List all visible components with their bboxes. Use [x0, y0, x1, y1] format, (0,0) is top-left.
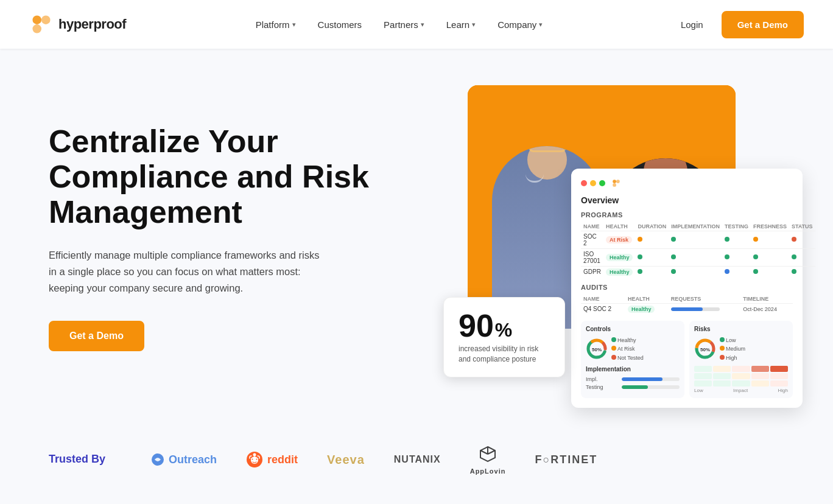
audits-label: Audits: [581, 284, 793, 291]
svg-text:50%: 50%: [592, 347, 602, 352]
window-controls: [581, 180, 605, 186]
svg-point-4: [616, 180, 620, 183]
svg-text:50%: 50%: [700, 347, 710, 352]
controls-title: Controls: [586, 326, 680, 332]
risks-donut: 50% Low Medium High: [694, 336, 788, 362]
svg-point-23: [253, 453, 256, 457]
nutanix-logo: NUTANIX: [394, 454, 441, 465]
stat-symbol: %: [495, 319, 512, 341]
programs-label: Programs: [581, 211, 793, 219]
fortinet-logo: F○RTINET: [535, 453, 597, 466]
chevron-down-icon: ▾: [421, 21, 424, 29]
logos-row: Outreach reddit Veeva NU: [151, 444, 597, 475]
nav-right: Login Get a Demo: [672, 11, 804, 38]
dash-logo: [611, 178, 621, 188]
veeva-logo: Veeva: [327, 453, 365, 467]
stat-badge: 90 % increased visibility in risk and co…: [443, 297, 565, 377]
nav-platform[interactable]: Platform ▾: [247, 15, 304, 35]
hero-section: Centralize Your Compliance and Risk Mana…: [0, 49, 833, 414]
stat-label: increased visibility in risk and complia…: [459, 344, 550, 365]
table-row: SOC 2 At Risk: [581, 231, 815, 248]
hero-left: Centralize Your Compliance and Risk Mana…: [49, 124, 390, 351]
risk-heatmap: [694, 366, 788, 387]
svg-line-27: [480, 450, 488, 454]
svg-point-2: [32, 24, 41, 33]
get-demo-nav-button[interactable]: Get a Demo: [722, 11, 804, 38]
programs-table: NAME HEALTH DURATION IMPLEMENTATION TEST…: [581, 222, 815, 278]
nav-links: Platform ▾ Customers Partners ▾ Learn ▾ …: [247, 15, 552, 35]
hero-right: Overview Programs NAME HEALTH DURATION I…: [468, 85, 784, 390]
nav-company[interactable]: Company ▾: [489, 15, 551, 35]
chevron-down-icon: ▾: [292, 21, 296, 29]
chevron-down-icon: ▾: [472, 21, 476, 29]
svg-point-5: [613, 183, 616, 187]
dashboard-card: Overview Programs NAME HEALTH DURATION I…: [571, 169, 803, 408]
minimize-dot: [590, 180, 596, 186]
trusted-label: Trusted By: [49, 452, 122, 466]
brand-name: hyperproof: [58, 16, 126, 32]
stat-number: 90: [459, 310, 494, 341]
audits-table: NAME HEALTH REQUESTS TIMELINE Q4 SOC 2 H…: [581, 295, 793, 315]
svg-point-21: [252, 459, 253, 460]
svg-point-0: [32, 15, 41, 24]
nav-partners[interactable]: Partners ▾: [375, 15, 433, 35]
svg-line-28: [488, 450, 495, 454]
controls-donut: 50% Healthy At Risk Not Tested: [586, 336, 680, 362]
applovin-logo: AppLovin: [470, 444, 506, 475]
svg-point-3: [613, 180, 616, 183]
controls-card: Controls 50% Healthy At Risk Not T: [581, 321, 684, 398]
trusted-section: Trusted By Outreach: [0, 414, 833, 504]
maximize-dot: [599, 180, 605, 186]
hero-title: Centralize Your Compliance and Risk Mana…: [49, 124, 390, 230]
table-row: GDPR Healthy: [581, 266, 815, 278]
svg-point-22: [256, 459, 258, 460]
navbar: hyperproof Platform ▾ Customers Partners…: [0, 0, 833, 49]
risks-title: Risks: [694, 326, 788, 332]
dash-overview-title: Overview: [581, 195, 793, 205]
logo[interactable]: hyperproof: [29, 12, 126, 37]
risks-card: Risks 50% Low Medium High: [689, 321, 793, 398]
outreach-logo: Outreach: [151, 453, 217, 466]
reddit-logo: reddit: [246, 451, 298, 468]
close-dot: [581, 180, 587, 186]
chevron-down-icon: ▾: [539, 21, 543, 29]
nav-learn[interactable]: Learn ▾: [438, 15, 484, 35]
table-row: ISO 27001 Healthy: [581, 248, 815, 266]
svg-point-1: [41, 15, 51, 24]
table-row: Q4 SOC 2 Healthy Oct-Dec 2024: [581, 303, 793, 315]
get-demo-hero-button[interactable]: Get a Demo: [49, 321, 144, 351]
login-link[interactable]: Login: [672, 15, 712, 35]
nav-customers[interactable]: Customers: [309, 15, 371, 35]
mini-charts-grid: Controls 50% Healthy At Risk Not T: [581, 321, 793, 398]
hero-subtitle: Efficiently manage multiple compliance f…: [49, 247, 329, 297]
